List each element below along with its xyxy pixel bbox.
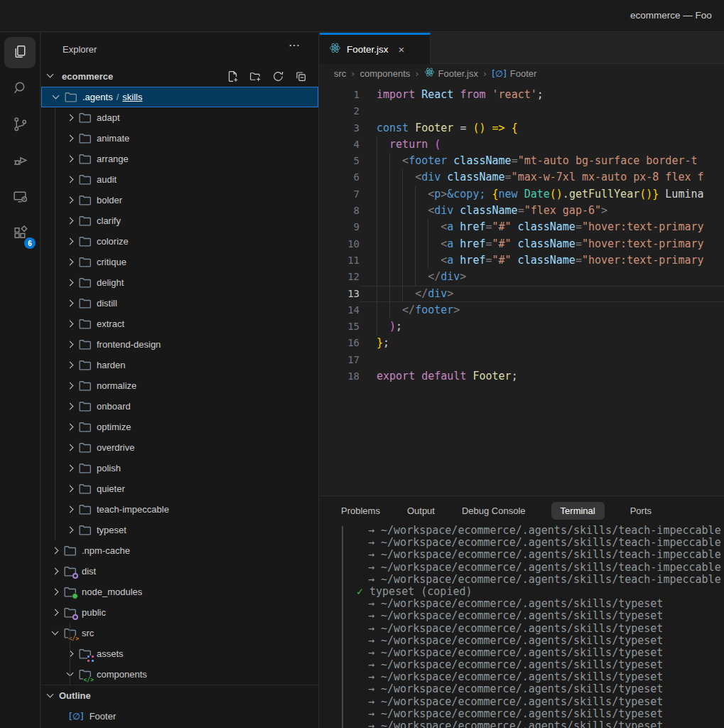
tree-item-assets[interactable]: assets xyxy=(41,643,318,664)
breadcrumb-item-components[interactable]: components xyxy=(360,68,411,79)
tree-item-colorize[interactable]: colorize xyxy=(41,231,318,252)
tab-footer-jsx[interactable]: Footer.jsx × xyxy=(320,33,431,64)
new-file-button[interactable] xyxy=(225,68,240,84)
tree-item-audit[interactable]: audit xyxy=(41,169,318,190)
terminal-line: →~/workspace/ecommerce/.agents/skills/ty… xyxy=(320,708,724,720)
line-number: 5 xyxy=(320,153,360,169)
panel-tab-problems[interactable]: Problems xyxy=(340,502,382,520)
sidebar-title: Explorer xyxy=(63,44,97,55)
tree-item-overdrive[interactable]: overdrive xyxy=(41,437,318,458)
tree-item-src[interactable]: </>src xyxy=(41,623,318,643)
activity-run-debug-button[interactable] xyxy=(4,146,36,177)
chevron-right-icon xyxy=(65,154,76,165)
terminal-line: →~/workspace/ecommerce/.agents/skills/ty… xyxy=(320,623,724,635)
tree-item-label: harden xyxy=(97,360,125,370)
breadcrumb-item-footer-jsx[interactable]: Footer.jsx xyxy=(424,67,478,80)
tree-item-.agents-skills[interactable]: .agents/skills xyxy=(41,87,318,107)
panel-tab-terminal[interactable]: Terminal xyxy=(551,502,605,520)
tree-item-polish[interactable]: polish xyxy=(41,458,318,478)
terminal-line: →~/workspace/ecommerce/.agents/skills/te… xyxy=(320,549,724,561)
tree-item-public[interactable]: public xyxy=(41,602,318,623)
code-editor[interactable]: 1import React from 'react';23const Foote… xyxy=(320,82,724,496)
tree-item-label: critique xyxy=(97,257,126,267)
code-line-content: <a href="#" className="hover:text-primar… xyxy=(360,219,724,235)
outline-header[interactable]: Outline xyxy=(41,685,318,706)
close-icon[interactable]: × xyxy=(399,43,405,55)
breadcrumb-label: Footer xyxy=(510,68,537,79)
tree-item-distill[interactable]: distill xyxy=(41,293,318,314)
outline-item-Footer[interactable]: [∅]Footer xyxy=(41,706,318,727)
tree-item-label: src xyxy=(82,628,94,638)
folder-icon xyxy=(79,442,92,454)
activity-explorer-button[interactable] xyxy=(4,37,36,68)
indent-guide xyxy=(70,623,70,685)
tree-item-adapt[interactable]: adapt xyxy=(41,107,318,128)
window-title: ecommerce — Foo xyxy=(630,10,712,21)
arrow-icon: → xyxy=(368,707,374,720)
tree-item-label: optimize xyxy=(97,422,131,432)
panel-tab-output[interactable]: Output xyxy=(406,502,436,520)
line-number: 18 xyxy=(320,368,360,385)
breadcrumb-item-footer[interactable]: [∅]Footer xyxy=(492,68,536,79)
panel-tab-debug-console[interactable]: Debug Console xyxy=(460,502,527,520)
sidebar-overflow-button[interactable]: ⋯ xyxy=(288,38,301,52)
tree-item-node_modules[interactable]: node_modules xyxy=(41,582,318,602)
tree-item-.npm-cache[interactable]: .npm-cache xyxy=(41,540,318,561)
tree-item-label: bolder xyxy=(97,195,122,205)
files-icon xyxy=(11,43,29,63)
panel-tab-ports[interactable]: Ports xyxy=(629,502,653,520)
tree-item-label: polish xyxy=(97,463,121,473)
new-folder-button[interactable] xyxy=(247,68,263,84)
activity-source-control-button[interactable] xyxy=(4,109,36,141)
tree-item-frontend-design[interactable]: frontend-design xyxy=(41,334,318,355)
code-line-9: 9 <a href="#" className="hover:text-prim… xyxy=(320,219,724,235)
terminal-text: ~/workspace/ecommerce/.agents/skills/tea… xyxy=(381,525,721,537)
collapse-all-button[interactable] xyxy=(293,68,308,84)
tree-item-delight[interactable]: delight xyxy=(41,272,318,293)
code-line-content xyxy=(360,103,724,119)
chevron-right-icon xyxy=(65,318,76,330)
panel-tab-bar: ProblemsOutputDebug ConsoleTerminalPorts xyxy=(320,496,724,525)
tree-item-critique[interactable]: critique xyxy=(41,252,318,272)
tree-item-label: colorize xyxy=(97,236,129,247)
tree-item-label: node_modules xyxy=(82,587,142,597)
arrow-icon: → xyxy=(368,548,374,561)
tree-item-teach-impeccable[interactable]: teach-impeccable xyxy=(41,499,318,520)
activity-remote-explorer-button[interactable] xyxy=(4,182,36,213)
code-line-10: 10 <a href="#" className="hover:text-pri… xyxy=(320,236,724,252)
tree-item-quieter[interactable]: quieter xyxy=(41,478,318,499)
tree-item-label: audit xyxy=(97,174,117,185)
tree-item-typeset[interactable]: typeset xyxy=(41,520,318,540)
tree-item-harden[interactable]: harden xyxy=(41,355,318,375)
tree-item-onboard[interactable]: onboard xyxy=(41,396,318,417)
tree-item-components[interactable]: </>components xyxy=(41,664,318,685)
chevron-right-icon: › xyxy=(351,68,355,79)
breadcrumb-item-src[interactable]: src xyxy=(334,68,346,79)
folder-icon xyxy=(79,133,92,144)
line-number: 2 xyxy=(320,103,360,119)
explorer-sidebar: Explorer ⋯ ecommerce .agents/skillsadapt… xyxy=(41,33,319,728)
line-number: 9 xyxy=(320,219,360,235)
tree-item-optimize[interactable]: optimize xyxy=(41,417,318,437)
tree-item-animate[interactable]: animate xyxy=(41,128,318,149)
workspace-section-row[interactable]: ecommerce xyxy=(41,65,318,87)
tree-item-dist[interactable]: dist xyxy=(41,561,318,582)
tree-item-label: typeset xyxy=(97,525,126,535)
terminal-output[interactable]: →~/workspace/ecommerce/.agents/skills/te… xyxy=(320,525,724,728)
activity-search-button[interactable] xyxy=(4,73,36,105)
tree-item-clarify[interactable]: clarify xyxy=(41,210,318,231)
folder-icon xyxy=(79,318,92,330)
refresh-icon[interactable] xyxy=(270,68,286,84)
code-line-14: 14 </footer> xyxy=(320,302,724,318)
activity-extensions-button[interactable]: 6 xyxy=(4,218,36,250)
folder-icon xyxy=(79,463,92,474)
tree-item-normalize[interactable]: normalize xyxy=(41,375,318,396)
symbol-field-icon: [∅] xyxy=(69,711,84,722)
arrow-icon: → xyxy=(368,622,374,635)
chevron-right-icon: › xyxy=(415,68,418,79)
tree-item-extract[interactable]: extract xyxy=(41,314,318,334)
tree-item-arrange[interactable]: arrange xyxy=(41,149,318,169)
outline-item-label: Footer xyxy=(90,711,117,722)
tree-item-bolder[interactable]: bolder xyxy=(41,190,318,210)
chevron-right-icon xyxy=(65,112,76,124)
